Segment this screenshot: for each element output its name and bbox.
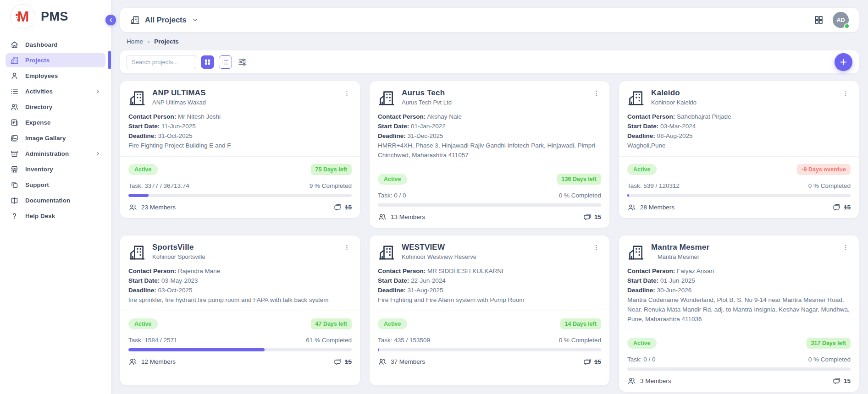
card-menu-button[interactable] <box>841 88 851 98</box>
sidebar-item-documentation[interactable]: Documentation <box>6 193 105 208</box>
project-subtitle: Aurus Tech Pvt Ltd <box>402 99 585 106</box>
project-description: Wagholi,Pune <box>627 141 851 150</box>
completed-percent: 0 % Completed <box>559 337 601 344</box>
members-icon <box>627 377 636 385</box>
project-card[interactable]: ANP ULTIMAS ANP Ultimas Wakad Contact Pe… <box>120 81 360 218</box>
sidebar-item-directory[interactable]: Directory <box>6 100 105 114</box>
status-badge: Active <box>378 174 407 185</box>
sidebar-item-expense[interactable]: Expense <box>6 115 105 130</box>
sidebar-item-help-desk[interactable]: Help Desk <box>6 209 105 223</box>
chat-icon <box>833 203 841 212</box>
sidebar-item-label: Inventory <box>25 166 53 173</box>
chat-group[interactable]: 15 <box>583 213 601 221</box>
task-count: Task: 435 / 153509 <box>378 337 430 344</box>
progress-bar <box>627 367 851 371</box>
building-icon <box>378 244 395 261</box>
days-left-badge: 14 Days left <box>560 318 601 329</box>
members-group[interactable]: 3 Members <box>627 377 671 385</box>
filter-button[interactable] <box>237 57 248 67</box>
logo-mark-icon: M <box>10 4 35 29</box>
project-name: Mantra Mesmer <box>651 243 835 252</box>
card-menu-button[interactable] <box>342 88 352 98</box>
chat-group[interactable]: 15 <box>583 357 601 366</box>
deadline-value: 31-Aug-2025 <box>408 287 443 294</box>
divider <box>619 330 859 330</box>
members-group[interactable]: 13 Members <box>378 213 425 221</box>
chat-count: 15 <box>345 204 352 211</box>
active-nav-indicator <box>108 51 111 69</box>
breadcrumb-separator: › <box>148 38 149 45</box>
divider <box>619 156 859 157</box>
sidebar-item-inventory[interactable]: Inventory <box>6 162 105 176</box>
document-icon <box>10 118 19 127</box>
project-description: fire sprinkler, fire hydrant,fire pump r… <box>128 295 352 305</box>
grid-view-button[interactable] <box>201 55 214 69</box>
breadcrumb-home[interactable]: Home <box>127 38 143 45</box>
members-group[interactable]: 23 Members <box>128 203 176 212</box>
progress-bar <box>128 348 352 351</box>
contact-line: Contact Person: Rajendra Mane <box>128 266 352 276</box>
members-count: 37 Members <box>391 358 425 365</box>
sliders-icon <box>238 57 247 67</box>
members-group[interactable]: 37 Members <box>378 357 425 366</box>
chevron-down-icon <box>192 16 199 23</box>
project-card[interactable]: SportsVille Kohinoor Sportsville Contact… <box>120 235 360 385</box>
project-scope-selector[interactable]: All Projects <box>130 15 199 25</box>
card-menu-button[interactable] <box>841 243 851 252</box>
start-value: 01-Jan-2022 <box>411 123 446 130</box>
sidebar-item-label: Expense <box>25 119 51 126</box>
project-subtitle: Kohinoor Kaleido <box>651 99 835 106</box>
apps-grid-button[interactable] <box>814 15 824 25</box>
chat-group[interactable]: 15 <box>833 203 851 212</box>
sidebar-item-projects[interactable]: Projects <box>6 53 105 67</box>
sidebar-item-label: Projects <box>25 57 50 64</box>
completed-percent: 0 % Completed <box>808 356 851 363</box>
project-subtitle: Mantra Mesmer <box>651 253 835 260</box>
start-value: 03-Mar-2024 <box>660 123 696 130</box>
list-view-button[interactable] <box>219 55 232 69</box>
card-menu-button[interactable] <box>342 243 352 252</box>
deadline-value: 30-Jun-2026 <box>657 287 692 294</box>
search-input[interactable] <box>127 55 196 69</box>
chat-group[interactable]: 15 <box>334 357 352 366</box>
card-menu-button[interactable] <box>592 243 601 252</box>
project-name: Aurus Tech <box>402 88 585 98</box>
chat-group[interactable]: 15 <box>833 377 851 385</box>
sidebar-item-activities[interactable]: Activities <box>6 84 105 98</box>
building-icon <box>128 244 146 261</box>
contact-value: Sahebhajrat Pirjade <box>677 113 731 120</box>
project-card[interactable]: Kaleido Kohinoor Kaleido Contact Person:… <box>619 81 859 218</box>
sidebar-item-label: Image Gallary <box>25 135 66 142</box>
chat-group[interactable]: 15 <box>334 203 352 212</box>
chat-count: 15 <box>844 204 851 211</box>
question-mark-icon <box>10 212 19 220</box>
start-value: 11-Jun-2025 <box>161 123 196 130</box>
deadline-line: Deadline: 03-Oct-2025 <box>128 285 352 295</box>
kebab-icon <box>343 89 351 97</box>
sidebar-item-dashboard[interactable]: Dashboard <box>6 38 105 52</box>
deadline-value: 03-Oct-2025 <box>158 287 193 294</box>
sidebar-item-image-gallery[interactable]: Image Gallary <box>6 131 105 145</box>
project-card[interactable]: Aurus Tech Aurus Tech Pvt Ltd Contact Pe… <box>370 81 609 228</box>
sidebar-item-employees[interactable]: Employees <box>6 69 105 83</box>
status-badge: Active <box>627 338 657 349</box>
projects-toolbar <box>120 50 859 73</box>
online-status-dot <box>844 23 850 29</box>
card-menu-button[interactable] <box>592 88 601 98</box>
status-badge: Active <box>128 318 158 329</box>
progress-bar <box>128 194 352 197</box>
members-group[interactable]: 28 Members <box>627 203 674 212</box>
members-group[interactable]: 12 Members <box>128 357 176 366</box>
members-count: 12 Members <box>141 358 176 365</box>
add-project-button[interactable] <box>835 53 852 71</box>
project-card[interactable]: WESTVIEW Kohinoor Westview Reserve Conta… <box>370 235 609 385</box>
kebab-icon <box>343 244 351 252</box>
avatar[interactable]: AD <box>833 12 849 28</box>
sidebar-item-administration[interactable]: Administration <box>6 147 105 161</box>
sidebar-collapse-button[interactable] <box>105 15 116 25</box>
start-line: Start Date: 11-Jun-2025 <box>128 121 352 131</box>
members-icon <box>128 203 137 212</box>
sidebar-item-support[interactable]: Support <box>6 178 105 192</box>
project-card[interactable]: Mantra Mesmer Mantra Mesmer Contact Pers… <box>619 235 859 392</box>
chat-icon <box>583 213 592 221</box>
